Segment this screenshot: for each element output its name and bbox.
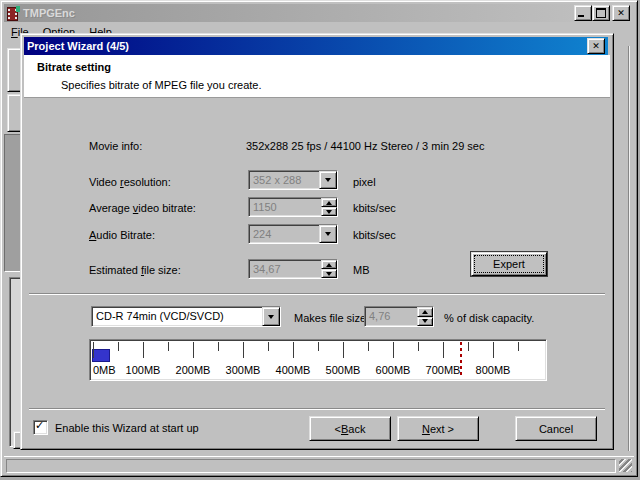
file-size-unit: MB [353,264,370,276]
capacity-tick-minor [518,342,519,351]
combo-arrow-button [319,171,337,189]
capacity-tick-minor [418,342,419,351]
back-button[interactable]: < Back [309,416,391,441]
capacity-tick-label: 0MB [93,364,116,376]
capacity-used-fill [92,349,110,362]
window-title: TMPGEnc [23,7,75,19]
file-size-spinner: 34,67 [248,259,338,279]
file-size-label: Estimated file size: [89,264,181,276]
movie-info-label: Movie info: [89,140,142,152]
spin-up-button [321,198,337,207]
arrow-up-icon [326,201,332,205]
close-icon: ✕ [613,6,629,20]
spin-down-button [417,317,433,327]
combo-arrow-button [319,225,337,243]
capacity-tick-label: 200MB [176,364,211,376]
arrow-up-icon [422,310,428,314]
close-icon: ✕ [588,39,604,53]
chevron-down-icon [325,178,331,182]
resize-grip[interactable] [619,459,632,472]
video-bitrate-unit: kbits/sec [353,202,396,214]
chevron-down-icon [325,232,331,236]
dialog-title: Project Wizard (4/5) [27,40,129,52]
capacity-tick [293,342,294,358]
movie-info-value: 352x288 25 fps / 44100 Hz Stereo / 3 min… [246,140,484,152]
capacity-bar: 0MB100MB200MB300MB400MB500MB600MB700MB80… [89,339,547,381]
wizard-startup-checkbox[interactable]: ✓ [33,420,48,435]
capacity-tick-minor [118,342,119,351]
dialog-close-button[interactable]: ✕ [587,38,605,54]
app-icon [6,6,20,20]
arrow-up-icon [326,263,332,267]
next-button[interactable]: Next > [397,416,479,441]
capacity-tick-minor [218,342,219,351]
capacity-tick-minor [468,342,469,351]
capacity-tick-minor [268,342,269,351]
video-bitrate-label: Average video bitrate: [89,202,196,214]
maximize-icon [596,8,606,18]
arrow-down-icon [326,210,332,214]
dialog-header: Bitrate setting Specifies bitrate of MPE… [24,55,610,98]
video-bitrate-spinner: 1150 [248,197,338,217]
cancel-button[interactable]: Cancel [515,416,597,441]
combo-arrow-button[interactable] [262,307,280,326]
spin-down-button [321,269,337,278]
project-wizard-dialog: Project Wizard (4/5) ✕ Bitrate setting S… [20,33,614,450]
capacity-tick [443,342,444,358]
chevron-down-icon [268,315,274,319]
video-resolution-unit: pixel [353,176,376,188]
audio-bitrate-unit: kbits/sec [353,229,396,241]
capacity-tick [493,342,494,358]
spin-up-button [417,307,433,317]
arrow-down-icon [422,319,428,323]
arrow-down-icon [326,272,332,276]
minimize-button[interactable] [574,5,592,21]
capacity-tick [143,342,144,358]
check-icon: ✓ [35,419,44,432]
desktop: TMPGEnc ✕ File Option Help Project Wizar… [0,0,640,480]
disk-percent-label: % of disk capacity. [444,312,534,324]
capacity-tick-minor [168,342,169,351]
capacity-tick-minor [368,342,369,351]
spin-down-button [321,207,337,216]
capacity-tick-label: 600MB [376,364,411,376]
dialog-title-bar: Project Wizard (4/5) ✕ [24,37,608,55]
capacity-tick-label: 100MB [126,364,161,376]
capacity-tick-label: 700MB [426,364,461,376]
audio-bitrate-label: Audio Bitrate: [89,229,155,241]
expert-button[interactable]: Expert [471,252,547,276]
main-title-bar: TMPGEnc ✕ [4,4,632,22]
close-button[interactable]: ✕ [612,5,630,21]
capacity-tick-label: 300MB [226,364,261,376]
dialog-heading: Bitrate setting [37,61,111,73]
minimize-icon [578,15,584,17]
disk-percent-spinner: 4,76 [364,306,434,327]
separator [29,293,605,295]
spin-up-button [321,260,337,269]
status-field [6,459,616,473]
capacity-tick-label: 800MB [476,364,511,376]
capacity-tick [193,342,194,358]
dialog-subheading: Specifies bitrate of MPEG file you creat… [61,79,262,91]
video-resolution-label: Video resolution: [89,176,171,188]
audio-bitrate-select: 224 [248,224,338,244]
video-resolution-select: 352 x 288 [248,170,338,190]
capacity-tick [343,342,344,358]
capacity-tick-minor [318,342,319,351]
capacity-tick-label: 500MB [326,364,361,376]
separator [29,408,605,410]
maximize-button[interactable] [592,5,610,21]
capacity-tick [393,342,394,358]
capacity-tick-label: 400MB [276,364,311,376]
media-type-select[interactable]: CD-R 74min (VCD/SVCD) [91,306,281,327]
background-divider [628,46,630,451]
status-bar [4,456,634,474]
makes-file-size-label: Makes file size [294,312,366,324]
capacity-tick [243,342,244,358]
capacity-tick [93,342,94,358]
wizard-startup-label: Enable this Wizard at start up [55,422,199,434]
